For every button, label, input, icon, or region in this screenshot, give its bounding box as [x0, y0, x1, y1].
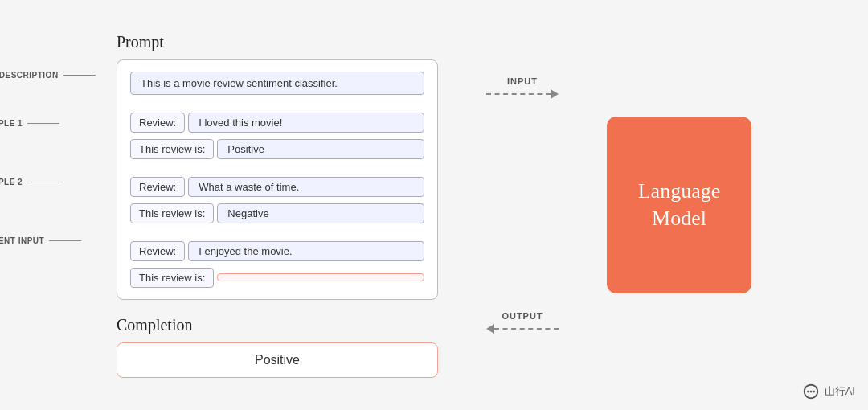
left-section: Prompt TASK DESCRIPTION EXAMPLE 1 [117, 33, 438, 378]
annotation-task-description: TASK DESCRIPTION [0, 71, 96, 80]
current-review-label: Review: [130, 241, 185, 261]
annotation-current-input: CURRENT INPUT [0, 236, 81, 245]
wechat-icon [802, 383, 820, 400]
completion-title: Completion [117, 316, 438, 334]
example1-response-value: Positive [217, 139, 424, 159]
watermark: 山行AI [802, 383, 855, 400]
completion-value: Positive [255, 353, 300, 367]
task-description-row: This is a movie review sentiment classif… [130, 72, 424, 95]
svg-point-1 [809, 391, 812, 393]
example2-response-label: This review is: [130, 203, 214, 223]
annotation-example1: EXAMPLE 1 [0, 119, 59, 128]
current-response-label: This review is: [130, 268, 214, 288]
prompt-section: Prompt TASK DESCRIPTION EXAMPLE 1 [117, 33, 438, 300]
language-model-box: LanguageModel [607, 117, 751, 293]
example2-review-value: What a waste of time. [188, 177, 424, 197]
svg-point-0 [807, 391, 809, 393]
output-arrow [486, 324, 559, 334]
input-arrow [486, 89, 559, 99]
example1-response-row: This review is: Positive [130, 139, 424, 159]
example2-response-row: This review is: Negative [130, 203, 424, 223]
example1-review-value: I loved this movie! [188, 113, 424, 133]
arrows-section: INPUT OUTPUT [486, 76, 559, 334]
input-arrow-block: INPUT [486, 76, 559, 99]
main-container: Prompt TASK DESCRIPTION EXAMPLE 1 [0, 0, 868, 410]
prompt-title: Prompt [117, 33, 438, 51]
completion-section: Completion Positive [117, 316, 438, 378]
task-description-value: This is a movie review sentiment classif… [130, 72, 424, 95]
watermark-text: 山行AI [825, 384, 855, 399]
example2-review-row: Review: What a waste of time. [130, 177, 424, 197]
input-label: INPUT [507, 76, 538, 86]
output-label: OUTPUT [502, 311, 542, 321]
current-review-row: Review: I enjoyed the movie. [130, 241, 424, 261]
example2-response-value: Negative [217, 203, 424, 223]
example1-review-label: Review: [130, 113, 185, 133]
example2-review-label: Review: [130, 177, 185, 197]
example1-review-row: Review: I loved this movie! [130, 113, 424, 133]
current-response-row: This review is: [130, 268, 424, 288]
prompt-box: This is a movie review sentiment classif… [117, 59, 438, 300]
model-label: LanguageModel [638, 178, 721, 232]
diagram-wrapper: Prompt TASK DESCRIPTION EXAMPLE 1 [117, 33, 751, 378]
annotation-example2: EXAMPLE 2 [0, 178, 59, 187]
svg-point-2 [813, 391, 815, 393]
completion-box: Positive [117, 342, 438, 378]
current-review-value: I enjoyed the movie. [188, 241, 424, 261]
output-arrow-block: OUTPUT [486, 311, 559, 334]
current-response-value[interactable] [217, 273, 424, 281]
example1-response-label: This review is: [130, 139, 214, 159]
